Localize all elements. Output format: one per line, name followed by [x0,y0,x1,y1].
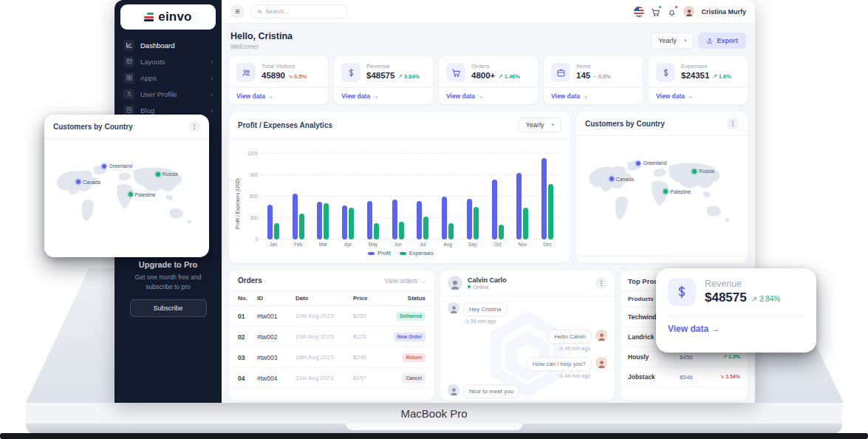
subscribe-button[interactable]: Subscribe [130,299,207,317]
view-data-link[interactable]: View data [544,87,643,104]
orders-table-header: No.IDDatePriceStatus [229,291,434,306]
presence-dot [448,384,451,387]
chart-x-tick: Feb [286,242,311,247]
page-title: Hello, Cristina [230,31,293,41]
marker-label: Palestine [135,192,156,197]
stat-icon [236,63,256,82]
kebab-menu-icon[interactable]: ⋮ [727,118,739,129]
marker-label: Greenland [109,163,132,169]
nav-item-icon [123,72,134,84]
stat-icon [341,63,360,82]
topbar: ≡ Cristina Murfy [222,0,755,24]
online-status: Online [468,284,507,290]
laptop-base-label: MacBook Pro [26,403,842,423]
orders-title: Orders [238,276,262,285]
sidebar-nav-item[interactable]: Dashboard [115,37,222,53]
map-marker: Canada [609,177,634,182]
chart-x-tick: Jun [386,242,411,247]
table-row: 04 #tw004 21st Aug 2023 $157 Cancel [229,368,434,389]
bar-expenses-feb [299,214,304,239]
legend-item-expenses[interactable]: Expenses [400,250,434,256]
user-name[interactable]: Cristina Murfy [701,8,746,16]
map-marker: Palestine [129,192,156,197]
chevron-down-icon: ▾ [551,122,554,128]
table-row: 03 #tw003 18th Aug 2023 $245 Return [229,347,434,368]
orders-table-body: 01 #tw001 10th Aug 2023 $253 Delivered 0… [229,306,434,389]
upgrade-title: Upgrade to Pro [123,260,213,269]
user-avatar[interactable] [683,6,694,17]
presence-dot [604,330,607,333]
view-data-link[interactable]: View data [229,87,328,104]
page: MacBook Pro einvo Dashboard [0,0,868,439]
chat-message: How can i help you? 44 min ago [448,357,607,379]
nav-item-label: Dashboard [140,41,207,50]
message-avatar [448,384,459,396]
chat-contact-name: Calvin Carlo [468,276,507,284]
stat-card: Items 145 0.0% View data [544,56,643,104]
sidebar-nav-item[interactable]: Layouts › [115,53,222,69]
chat-message: Nice to meet you [448,384,607,398]
view-data-link[interactable]: View data [668,316,804,341]
nav-item-label: User Profile [140,90,205,98]
chat-contact-avatar [448,276,462,290]
kebab-menu-icon[interactable]: ⋮ [595,277,607,289]
status-badge: Return [403,353,426,362]
status-badge: New Order [394,333,426,341]
logo-icon [144,13,154,21]
bar-profit-jun [392,200,397,239]
sidebar-nav-item[interactable]: Apps › [115,69,222,86]
language-flag-icon[interactable] [634,7,644,17]
period-select[interactable]: Yearly▾ [651,33,694,49]
chart-x-tick: Mar [311,242,336,247]
hamburger-menu-icon[interactable]: ≡ [230,4,245,18]
export-button[interactable]: Export [698,33,746,49]
legend-item-profit[interactable]: Profit [368,250,391,256]
cart-icon[interactable] [651,7,660,16]
person-icon [685,8,694,17]
message-bubble: Hello Calvin [548,330,592,344]
app-logo[interactable]: einvo [120,4,216,30]
revenue-value: $48575 [705,290,747,305]
marker-dot-icon [692,169,697,174]
view-data-link[interactable]: View data [334,87,433,104]
kebab-menu-icon[interactable]: ⋮ [188,120,200,132]
world-map-graphic [582,139,742,253]
presence-dot [604,357,607,360]
view-data-link[interactable]: View data [439,87,538,104]
view-orders-link[interactable]: View orders [384,277,426,285]
marker-dot-icon [102,164,106,169]
bar-profit-oct [492,180,497,239]
person-icon [597,332,606,341]
chevron-right-icon: › [211,74,213,82]
search-box[interactable] [250,4,348,18]
message-avatar [595,357,607,369]
search-input[interactable] [265,8,341,15]
marker-label: Russia [699,169,714,174]
view-data-link[interactable]: View data [649,87,748,104]
analytics-chart-card: Profit / Expenses Analytics Yearly▾ Prof… [229,112,570,263]
stat-delta: 0.0% [593,73,611,80]
world-map-graphic [50,142,203,256]
bar-profit-aug [442,197,447,239]
chart-x-tick: May [360,242,386,247]
bell-icon[interactable] [667,7,677,16]
floating-customers-card: Customers by Country ⋮ Canada Greenland [44,115,209,257]
logo-text: einvo [158,10,191,24]
stat-delta: 3.84% [397,73,420,80]
chat-message: Hey Cristina 59 min ago [448,302,607,324]
chevron-right-icon: › [211,90,213,98]
stat-label: Orders [471,63,520,69]
chat-card: Calvin Carlo Online ⋮ [440,270,615,401]
sidebar-nav-item[interactable]: User Profile › [115,86,222,102]
bar-profit-sep [467,199,472,239]
chart-period-select[interactable]: Yearly▾ [519,118,561,132]
search-icon [257,9,262,15]
message-timestamp: 59 min ago [465,319,496,324]
message-bubble: Hey Cristina [463,302,508,316]
table-row: 01 #tw001 10th Aug 2023 $253 Delivered [229,306,434,327]
world-map: Canada Greenland [582,139,742,253]
sidebar-nav: Dashboard Layouts › Apps › [115,37,222,118]
stat-card: Expenses $24351 1.6% View data [649,56,748,104]
floating-revenue-card: Revenue $48575 3.84% View data [656,268,816,353]
bell-badge [674,5,678,9]
